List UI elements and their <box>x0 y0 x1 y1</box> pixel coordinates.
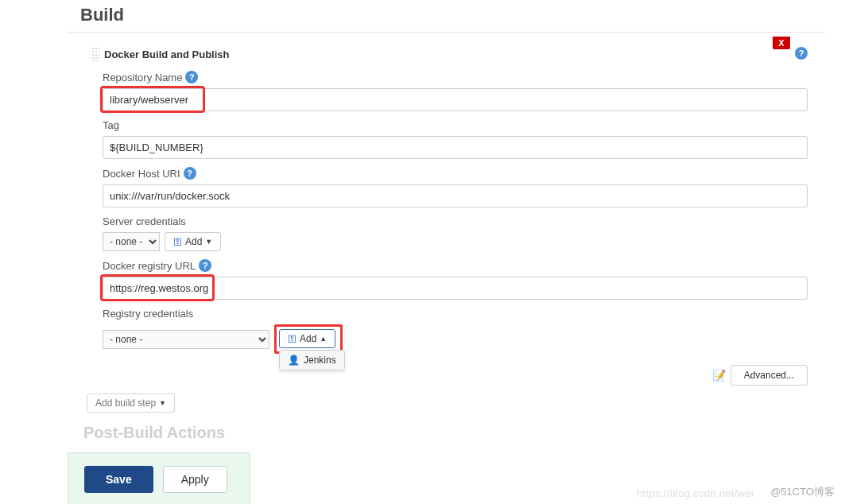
chevron-down-icon: ▼ <box>205 238 212 246</box>
add-build-step-button[interactable]: Add build step ▼ <box>87 394 175 413</box>
build-step-title: Docker Build and Publish <box>104 48 229 60</box>
chevron-down-icon: ▼ <box>159 399 166 407</box>
docker-host-uri-input[interactable] <box>103 184 808 207</box>
advanced-button[interactable]: Advanced... <box>731 365 808 386</box>
chevron-up-icon: ▲ <box>320 335 327 343</box>
repository-name-label: Repository Name ? <box>103 71 808 83</box>
key-icon: ⚿ <box>173 237 182 246</box>
tag-input[interactable] <box>103 136 808 159</box>
server-credentials-add-button[interactable]: ⚿ Add ▼ <box>165 232 221 251</box>
repository-name-input[interactable] <box>103 88 808 111</box>
key-icon: ⚿ <box>288 334 296 343</box>
server-credentials-select[interactable]: - none - <box>103 232 160 251</box>
jenkins-icon: 👤 <box>288 355 300 366</box>
section-title-post-build: Post-Build Actions <box>68 417 825 442</box>
help-icon[interactable]: ? <box>795 47 808 60</box>
docker-host-uri-label: Docker Host URI ? <box>103 167 808 180</box>
watermark-text: https://blog.csdn.net/wei <box>637 487 754 499</box>
drag-handle-icon[interactable] <box>91 47 99 61</box>
section-title-build: Build <box>68 0 825 33</box>
docker-registry-url-input[interactable] <box>103 277 808 300</box>
delete-step-button[interactable]: X <box>773 37 790 49</box>
highlight-box: ⚿ Add ▲ 👤 Jenkins <box>274 324 343 354</box>
credentials-add-jenkins-option[interactable]: 👤 Jenkins <box>280 351 344 370</box>
registry-credentials-select[interactable]: - none - <box>103 330 269 349</box>
help-icon[interactable]: ? <box>185 71 198 83</box>
build-step-docker: X ? Docker Build and Publish Repository … <box>82 41 817 386</box>
tag-label: Tag <box>103 119 808 131</box>
watermark-text: @51CTO博客 <box>770 485 835 499</box>
server-credentials-label: Server credentials <box>103 215 808 227</box>
help-icon[interactable]: ? <box>184 167 196 180</box>
registry-credentials-label: Registry credentials <box>103 308 808 320</box>
save-button[interactable]: Save <box>84 466 153 493</box>
notepad-icon: 📝 <box>712 369 726 382</box>
docker-registry-url-label: Docker registry URL ? <box>103 259 808 272</box>
credentials-add-menu: 👤 Jenkins <box>279 350 345 370</box>
apply-button[interactable]: Apply <box>163 466 227 493</box>
registry-credentials-add-button[interactable]: ⚿ Add ▲ <box>279 329 335 348</box>
help-icon[interactable]: ? <box>199 259 211 272</box>
save-bar: Save Apply <box>68 452 250 504</box>
